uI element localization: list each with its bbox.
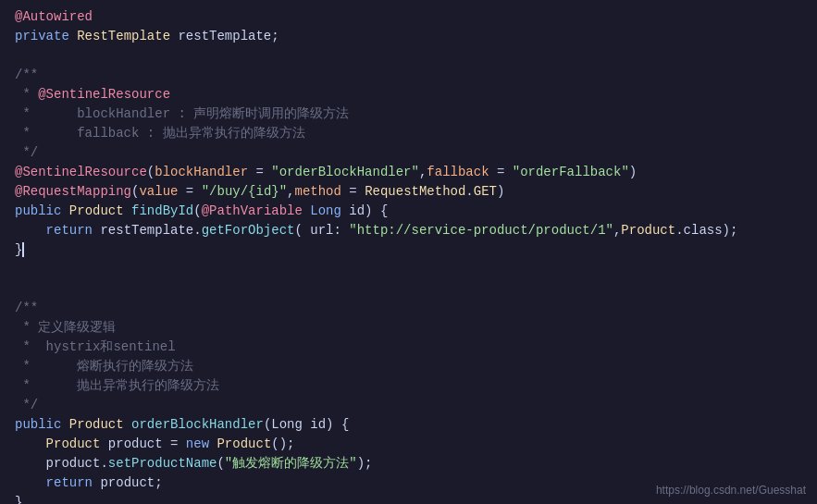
class-name: RestTemplate [77, 29, 170, 43]
watermark: https://blog.csdn.net/Guesshat [656, 484, 806, 497]
string: "orderBlockHandler" [271, 165, 419, 179]
code-line [15, 279, 802, 299]
variable: restTemplate; [178, 29, 279, 43]
param: value [139, 184, 178, 199]
code-line: private RestTemplate restTemplate; [15, 27, 802, 46]
comment: /** [15, 301, 38, 315]
param: blockHandler [155, 165, 248, 179]
code-line: * hystrix和sentinel [15, 338, 802, 357]
code-line: * 抛出异常执行的降级方法 [15, 376, 802, 396]
string: "orderFallback" [513, 165, 629, 179]
code-line: * @SentinelResource [15, 85, 802, 104]
code-line: * fallback : 抛出异常执行的降级方法 [15, 124, 802, 143]
comment: * hystrix和sentinel [15, 339, 176, 354]
class-ref2: Product [621, 223, 675, 238]
code-line [15, 260, 802, 279]
code-line: * 定义降级逻辑 [15, 318, 802, 338]
comment: * 抛出异常执行的降级方法 [15, 378, 219, 393]
class-ref: RequestMethod [365, 184, 465, 199]
code-line: return restTemplate.getForObject( url: "… [15, 221, 802, 240]
code-line: product.setProductName("触发熔断的降级方法"); [15, 454, 802, 473]
enum-val: GET [474, 184, 497, 199]
comment: * 熔断执行的降级方法 [15, 359, 193, 374]
code-line: /** [15, 299, 802, 318]
code-line: public Product orderBlockHandler(Long id… [15, 415, 802, 435]
code-line: */ [15, 143, 802, 163]
comment-annotation: @SentinelResource [38, 87, 170, 102]
return-type2: Product [69, 417, 124, 432]
keyword-public2: public [15, 417, 61, 432]
method-call: getForObject [202, 223, 295, 238]
comment: * fallback : 抛出异常执行的降级方法 [15, 126, 305, 141]
param: method [295, 184, 341, 199]
keyword-return2: return [46, 475, 93, 490]
comment: */ [15, 398, 38, 412]
code-line [15, 46, 802, 66]
code-line: Product product = new Product(); [15, 435, 802, 454]
code-line: * 熔断执行的降级方法 [15, 357, 802, 376]
code-line: } [15, 240, 802, 260]
keyword-long: Long [310, 203, 341, 218]
keyword-public: public [15, 203, 61, 218]
keyword-return: return [46, 223, 93, 238]
comment: * 定义降级逻辑 [15, 320, 116, 335]
code-line: @RequestMapping(value = "/buy/{id}",meth… [15, 182, 802, 202]
code-line: @Autowired [15, 7, 802, 27]
class-ref3: Product [46, 436, 101, 451]
keyword-new: new [186, 436, 209, 451]
code-line: public Product findById(@PathVariable Lo… [15, 202, 802, 221]
string2: "触发熔断的降级方法" [225, 456, 357, 471]
annotation: @RequestMapping [15, 184, 131, 199]
method-set: setProductName [108, 456, 217, 471]
string: "/buy/{id}" [202, 184, 287, 199]
annotation: @Autowired [15, 9, 93, 24]
return-type: Product [69, 203, 124, 218]
param: fallback [427, 165, 489, 179]
code-editor: @Autowired private RestTemplate restTemp… [0, 0, 817, 504]
class-ref4: Product [217, 436, 271, 451]
keyword: private [15, 29, 69, 43]
comment: * blockHandler : 声明熔断时调用的降级方法 [15, 106, 349, 121]
url-string: "http://service-product/product/1" [349, 223, 613, 238]
code-line: * blockHandler : 声明熔断时调用的降级方法 [15, 104, 802, 124]
comment: */ [15, 145, 38, 160]
method-name: findById [131, 203, 193, 218]
comment: * [15, 87, 38, 102]
annotation: @SentinelResource [15, 165, 147, 179]
code-line: */ [15, 396, 802, 415]
path-variable: @PathVariable [202, 203, 303, 218]
comment: /** [15, 68, 38, 82]
code-line: /** [15, 66, 802, 85]
method-name2: orderBlockHandler [131, 417, 264, 432]
text-cursor [22, 242, 24, 257]
code-line: @SentinelResource(blockHandler = "orderB… [15, 163, 802, 182]
